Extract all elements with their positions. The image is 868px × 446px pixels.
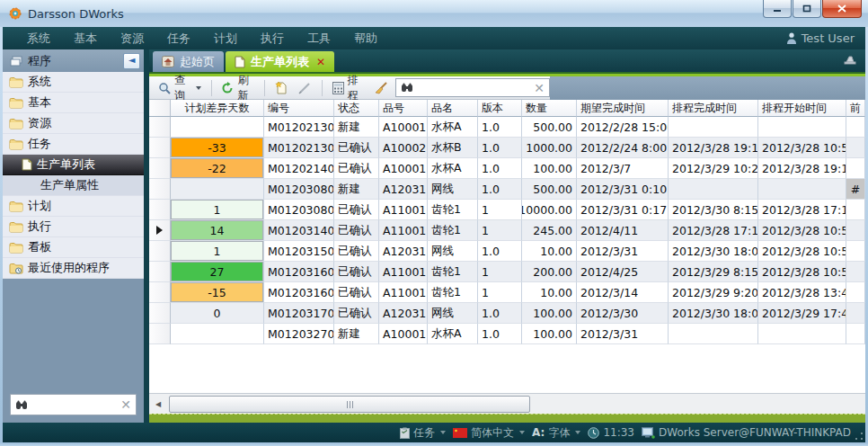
scrollbar-thumb[interactable] [169,396,530,413]
cell-plan-diff-days[interactable]: 0 [171,303,264,324]
sidebar-item-3[interactable]: 任务 [3,134,144,155]
cell-status[interactable]: 已确认 [334,241,379,262]
cell-item-no[interactable]: A10001 [379,158,428,179]
cell-extra[interactable] [846,138,865,158]
cell-status[interactable]: 已确认 [334,282,379,303]
sidebar-item-5[interactable]: 生产单属性 [3,175,144,196]
row-selector-cell[interactable] [149,158,171,179]
sidebar-item-1[interactable]: 基本 [3,93,144,113]
column-header-0[interactable]: 计划差异天数 [171,100,264,117]
cell-plan-diff-days[interactable] [171,117,264,138]
menu-item-4[interactable]: 计划 [202,31,249,47]
row-selector-cell[interactable] [149,262,171,282]
cell-scheduled-finish-time[interactable]: 2012/3/28 19:10 [669,138,758,158]
cell-status[interactable]: 新建 [334,117,379,138]
row-selector-cell[interactable] [149,220,171,241]
row-selector-cell[interactable] [149,200,171,220]
cell-item-no[interactable]: A11001 [379,220,428,241]
cell-item-no[interactable]: A11001 [379,200,428,220]
cell-scheduled-finish-time[interactable]: 2012/3/30 8:15 [669,200,758,220]
cell-scheduled-finish-time[interactable] [669,324,758,344]
cell-expected-finish-time[interactable]: 2012/3/31 [577,324,669,344]
cell-status[interactable]: 已确认 [334,158,379,179]
sidebar-collapse-button[interactable]: ◄ [123,53,140,69]
cell-plan-diff-days[interactable] [171,179,264,200]
column-header-6[interactable]: 数量 [522,100,577,117]
cell-order-no[interactable]: M012031602 [264,282,334,303]
cell-extra[interactable] [846,117,865,138]
cell-order-no[interactable]: M012031701 [264,303,334,324]
cell-item-no[interactable]: A10001 [379,117,428,138]
cell-version[interactable]: 1 [478,282,522,303]
sidebar-item-6[interactable]: 计划 [3,196,144,217]
cell-scheduled-start-time[interactable]: 2012/3/28 10:52 [758,262,846,282]
cell-order-no[interactable]: M012031601 [264,262,334,282]
scroll-left-arrow[interactable]: ◀ [151,397,165,411]
pin-icon[interactable] [842,54,856,66]
row-selector-cell[interactable] [149,138,171,158]
cell-status[interactable]: 已确认 [334,262,379,282]
clean-button[interactable] [371,80,392,96]
minimize-button[interactable] [763,0,792,18]
cell-expected-finish-time[interactable]: 2012/2/24 8:00 [577,138,669,158]
cell-version[interactable]: 1 [478,262,522,282]
cell-version[interactable]: 1.0 [478,158,522,179]
cell-item-name[interactable]: 网线 [428,179,478,200]
tab-home[interactable]: 起始页 [153,51,224,72]
cell-order-no[interactable]: M012021401 [264,158,334,179]
menu-item-2[interactable]: 资源 [109,31,155,47]
cell-item-name[interactable]: 齿轮1 [428,200,478,220]
sidebar-search-clear-icon[interactable]: ✕ [120,398,131,411]
cell-scheduled-start-time[interactable]: 2012/3/28 10:52 [758,138,846,158]
cell-expected-finish-time[interactable]: 2012/3/31 0:10 [577,179,669,200]
cell-item-name[interactable]: 水杯A [428,117,478,138]
menu-item-6[interactable]: 工具 [296,31,342,47]
cell-version[interactable]: 1.0 [478,241,522,262]
cell-order-no[interactable]: M012030802 [264,200,334,220]
cell-extra[interactable] [846,200,865,220]
row-selector-cell[interactable] [149,179,171,200]
status-font-menu[interactable]: A: 字体 [532,425,580,441]
cell-scheduled-finish-time[interactable] [669,117,758,138]
cell-expected-finish-time[interactable]: 2012/3/30 [577,303,669,324]
row-selector-cell[interactable] [149,303,171,324]
cell-status[interactable]: 已确认 [334,303,379,324]
cell-expected-finish-time[interactable]: 2012/2/28 15:00 [577,117,669,138]
cell-order-no[interactable]: M012021301 [264,117,334,138]
column-header-7[interactable]: 期望完成时间 [577,100,669,117]
cell-order-no[interactable]: M012030801 [264,179,334,200]
cell-quantity[interactable]: 245.00 [522,220,577,241]
menu-item-5[interactable]: 执行 [249,31,296,47]
cell-plan-diff-days[interactable]: -22 [171,158,264,179]
column-header-1[interactable]: 编号 [264,100,334,117]
cell-item-no[interactable]: A12031 [379,241,428,262]
cell-extra[interactable] [846,220,865,241]
cell-item-name[interactable]: 齿轮1 [428,262,478,282]
cell-quantity[interactable]: 100.00 [522,303,577,324]
sidebar-item-9[interactable]: 最近使用的程序 [3,258,144,279]
cell-scheduled-start-time[interactable]: 2012/3/28 17:13 [758,200,846,220]
cell-plan-diff-days[interactable] [171,324,264,344]
cell-scheduled-finish-time[interactable]: 2012/3/30 18:00 [669,241,758,262]
cell-scheduled-finish-time[interactable]: 2012/3/29 8:15 [669,262,758,282]
cell-status[interactable]: 新建 [334,179,379,200]
cell-scheduled-finish-time[interactable]: 2012/3/29 10:20 [669,158,758,179]
cell-quantity[interactable]: 10.00 [522,241,577,262]
cell-version[interactable]: 1 [478,220,522,241]
edit-button[interactable] [295,79,315,96]
cell-quantity[interactable]: 10.00 [522,282,577,303]
maximize-button[interactable] [793,0,821,18]
cell-status[interactable]: 已确认 [334,220,379,241]
cell-item-name[interactable]: 水杯A [428,324,478,344]
column-header-5[interactable]: 版本 [478,100,522,117]
cell-extra[interactable] [846,241,865,262]
cell-item-name[interactable]: 网线 [428,303,478,324]
resize-grip[interactable] [855,433,863,440]
cell-version[interactable]: 1.0 [478,303,522,324]
cell-extra[interactable]: # [846,179,865,200]
close-button[interactable] [822,0,862,18]
cell-scheduled-finish-time[interactable]: 2012/3/30 18:00 [669,303,758,324]
cell-order-no[interactable]: M012031402 [264,220,334,241]
menu-item-0[interactable]: 系统 [15,31,62,47]
column-header-2[interactable]: 状态 [334,100,379,117]
